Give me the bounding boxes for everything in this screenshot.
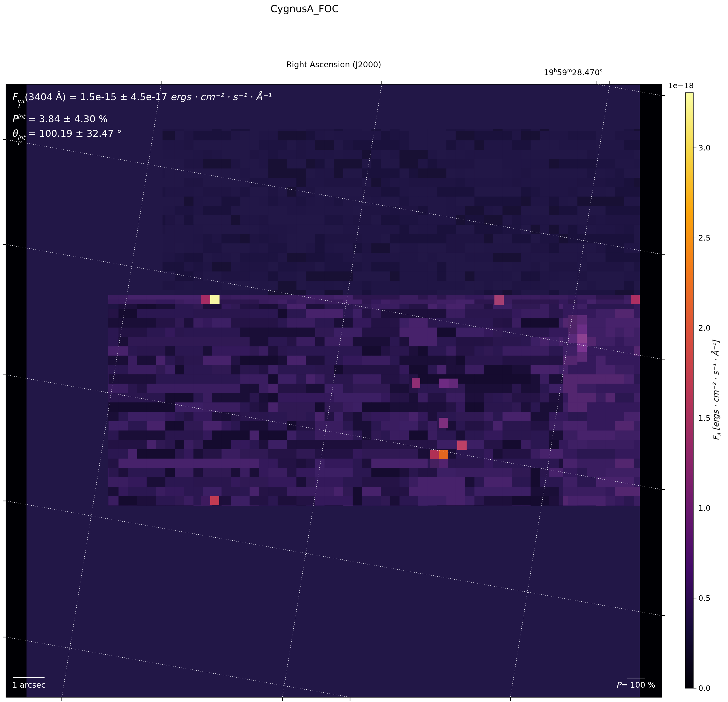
colorbar-label-symbol: F	[711, 436, 721, 440]
arcsec-scalebar-line	[13, 677, 45, 678]
polarization-symbol: P	[12, 113, 17, 124]
figure-title: CygnusA_FOC	[270, 3, 338, 14]
annotation-flux-line: Fintλ(3404 Å) = 1.5e-15 ± 4.5e-17 ergs ·…	[12, 89, 271, 110]
colorbar-tick-label: 0.0	[698, 684, 711, 693]
ra-tick-minutes: 59	[557, 68, 567, 77]
angle-value: = 100.19 ± 32.47 °	[25, 128, 122, 139]
ra-tick-label: 19h59m28.470s	[544, 68, 602, 77]
polarization-value: = 3.84 ± 4.30 %	[25, 113, 108, 124]
top-axis-label: Right Ascension (J2000)	[286, 60, 381, 69]
annotation-angle-line: θintP = 100.19 ± 32.47 °	[12, 126, 271, 146]
annotation-polarization-line: Pint = 3.84 ± 4.30 %	[12, 110, 271, 126]
colorbar-offset-label: 1e−18	[668, 81, 694, 90]
ra-tick-seconds: 28.470	[572, 68, 600, 77]
ra-tick-hours: 19	[544, 68, 554, 77]
polarization-scalebar-value: = 100 %	[621, 680, 655, 689]
angle-symbol: θ	[12, 128, 17, 139]
polarization-superscript: int	[17, 113, 25, 120]
ra-tick-minutes-unit: m	[567, 68, 572, 74]
ra-tick-seconds-unit: s	[600, 68, 602, 74]
arcsec-scalebar-label: 1 arcsec	[12, 680, 46, 689]
colorbar-tick-label: 2.5	[698, 234, 711, 242]
polarization-scalebar-line	[627, 677, 645, 678]
integrated-measurements-annotation: Fintλ(3404 Å) = 1.5e-15 ± 4.5e-17 ergs ·…	[12, 89, 271, 146]
colorbar-label-units: [ergs · cm⁻² · s⁻¹ · Å⁻¹]	[711, 340, 721, 433]
angle-subscript: P	[17, 140, 25, 146]
ra-tick-hours-unit: h	[554, 68, 557, 74]
colorbar-label-subscript: λ	[716, 433, 722, 436]
colorbar-tick-label: 1.5	[698, 414, 711, 422]
colorbar-tick-label: 0.5	[698, 594, 711, 603]
figure: CygnusA_FOC Right Ascension (J2000) 19h5…	[0, 0, 728, 702]
flux-value: (3404 Å) = 1.5e-15 ± 4.5e-17	[25, 91, 170, 102]
colorbar-axis-label: Fλ [ergs · cm⁻² · s⁻¹ · Å⁻¹]	[711, 340, 722, 440]
colorbar-tick-label: 3.0	[698, 143, 711, 152]
flux-subscript: λ	[17, 104, 25, 110]
colorbar-tick-label: 1.0	[698, 504, 711, 513]
flux-symbol: F	[12, 91, 17, 102]
polarization-scalebar-label: P= 100 %	[616, 680, 655, 689]
flux-units: ergs · cm⁻² · s⁻¹ · Å⁻¹	[170, 91, 271, 102]
polarization-scalebar-symbol: P	[616, 680, 621, 689]
colorbar-tick-label: 2.0	[698, 323, 711, 333]
